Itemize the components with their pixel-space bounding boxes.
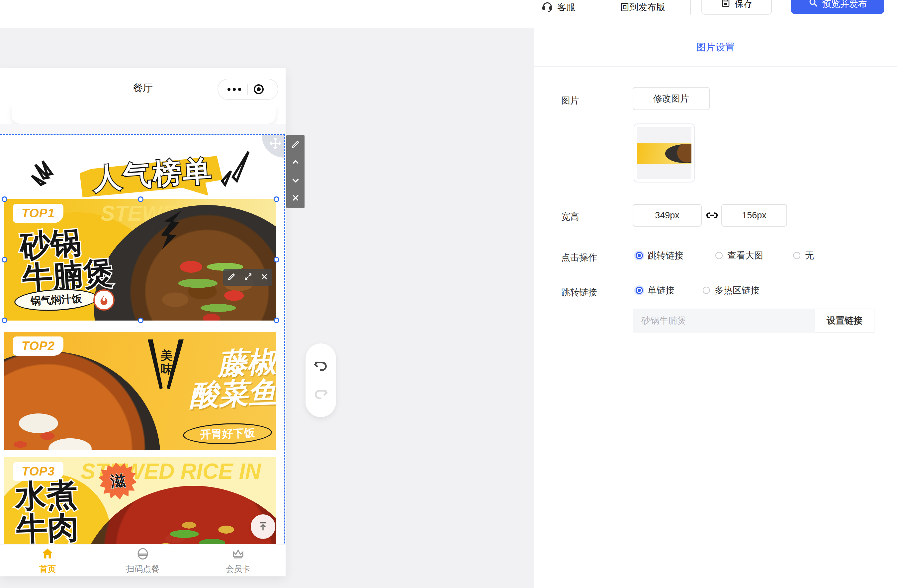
radio-selected-icon xyxy=(636,287,643,294)
flame-icon xyxy=(93,289,115,311)
resize-handle-bottom-left[interactable] xyxy=(2,318,7,323)
radio-selected-icon xyxy=(636,252,643,259)
history-pill xyxy=(306,344,336,417)
undo-button[interactable] xyxy=(313,358,328,375)
top2-rank-badge: TOP2 xyxy=(13,336,63,356)
customer-service-button[interactable]: 客服 xyxy=(541,0,575,15)
radio-unselected-icon xyxy=(715,252,722,259)
toolbar-divider xyxy=(690,0,691,15)
change-image-button[interactable]: 修改图片 xyxy=(633,87,710,110)
set-link-label: 设置链接 xyxy=(827,315,862,327)
radio-view-large[interactable]: 查看大图 xyxy=(715,249,763,261)
crown-icon xyxy=(231,547,245,561)
speedlines-left-icon xyxy=(30,159,66,196)
ranking-banner[interactable]: 人气榜单 xyxy=(30,146,256,206)
save-icon xyxy=(721,0,731,10)
jump-link-label: 跳转链接 xyxy=(561,286,597,298)
save-label: 保存 xyxy=(735,0,753,10)
thumbnail-preview xyxy=(637,127,692,179)
panel-tab-image-settings[interactable]: 图片设置 xyxy=(534,28,897,66)
top-toolbar: 客服 回到发布版 保存 预览并发布 xyxy=(0,0,897,28)
set-link-button[interactable]: 设置链接 xyxy=(814,309,874,333)
top2-tagline-bubble: 开胃好下饭 xyxy=(183,422,272,445)
radio-unselected-icon xyxy=(703,287,710,294)
more-dots-icon[interactable] xyxy=(228,88,241,91)
food-card-top1[interactable]: STEWED RI TOP1 砂锅 牛腩煲 锅气焖汁饭 xyxy=(4,199,276,321)
image-thumbnail[interactable] xyxy=(634,124,695,183)
previous-component-edge[interactable] xyxy=(12,104,276,124)
capsule-divider xyxy=(247,84,248,95)
preview-publish-label: 预览并发布 xyxy=(822,0,867,10)
wechat-capsule xyxy=(217,79,278,100)
workspace: 餐厅 人气榜单 xyxy=(0,28,534,588)
speedlines-right-icon xyxy=(219,149,253,189)
selection-border-right xyxy=(284,134,285,576)
top2-dish-photo xyxy=(4,351,161,450)
top1-dish-name: 砂锅 牛腩煲 xyxy=(19,224,115,294)
close-target-icon[interactable] xyxy=(254,84,264,94)
thumbnail-dish xyxy=(665,144,692,163)
top3-dish-name: 水煮 牛肉 xyxy=(15,478,80,546)
home-icon xyxy=(40,547,55,561)
resize-handle-mid-right[interactable] xyxy=(274,257,279,263)
move-cross-icon xyxy=(269,137,282,150)
resize-handle-bottom-right[interactable] xyxy=(274,318,279,323)
radio-single-link[interactable]: 单链接 xyxy=(636,284,675,296)
rice-bowl-icon xyxy=(136,547,150,561)
panel-title: 图片设置 xyxy=(696,41,735,54)
ranking-banner-title: 人气榜单 xyxy=(66,149,240,200)
resize-handle-top-left[interactable] xyxy=(2,197,7,202)
delete-image-icon[interactable] xyxy=(260,273,268,282)
radio-multi-hotzone[interactable]: 多热区链接 xyxy=(703,284,759,296)
magnifier-icon xyxy=(808,0,818,10)
preview-publish-button[interactable]: 预览并发布 xyxy=(791,0,884,14)
food-card-top2[interactable]: 美味 TOP2 藤椒 酸菜鱼 开胃好下饭 xyxy=(4,332,276,450)
resize-handle-top-center[interactable] xyxy=(138,197,144,202)
resize-handle-mid-left[interactable] xyxy=(2,257,7,263)
tab-member-card-label: 会员卡 xyxy=(225,564,250,574)
edit-component-icon[interactable] xyxy=(291,140,300,150)
save-button[interactable]: 保存 xyxy=(701,0,772,15)
food-card-top3[interactable]: STEWED RICE IN TOP3 滋 水煮 牛肉 xyxy=(4,457,276,547)
radio-unselected-icon xyxy=(793,252,801,259)
arrow-up-to-line-icon xyxy=(257,521,269,532)
back-to-top-button[interactable] xyxy=(251,514,275,539)
top1-rank-badge: TOP1 xyxy=(13,204,63,223)
phone-canvas: 餐厅 人气榜单 xyxy=(0,68,286,576)
headset-icon xyxy=(541,0,553,15)
steam-doodle-icon xyxy=(149,208,192,252)
tab-scan-order[interactable]: 扫码点餐 xyxy=(95,545,191,576)
link-target-input[interactable] xyxy=(633,309,814,333)
link-dimensions-icon[interactable] xyxy=(706,209,719,223)
top2-dish-name: 藤椒 酸菜鱼 xyxy=(159,347,276,412)
resize-handle-bottom-center[interactable] xyxy=(138,318,144,323)
panel-divider xyxy=(534,66,897,67)
editor-window: 客服 回到发布版 保存 预览并发布 餐厅 xyxy=(0,0,897,588)
back-to-published-button[interactable]: 回到发布版 xyxy=(620,0,665,15)
tab-scan-order-label: 扫码点餐 xyxy=(126,564,159,574)
delete-component-icon[interactable] xyxy=(291,194,300,203)
tab-member-card[interactable]: 会员卡 xyxy=(190,545,286,576)
move-up-icon[interactable] xyxy=(291,157,300,168)
height-input[interactable] xyxy=(721,204,787,227)
radio-jump-link[interactable]: 跳转链接 xyxy=(636,249,683,261)
radio-none[interactable]: 无 xyxy=(793,249,814,261)
settings-panel: 图片设置 图片 修改图片 宽高 点击操作 跳转链接 xyxy=(534,28,897,588)
expand-image-icon[interactable] xyxy=(244,272,253,283)
edit-image-icon[interactable] xyxy=(227,272,236,283)
component-toolbar xyxy=(286,135,305,208)
customer-service-label: 客服 xyxy=(557,2,575,13)
move-down-icon[interactable] xyxy=(291,176,300,186)
page-background-strip xyxy=(0,124,286,134)
size-row-label: 宽高 xyxy=(561,211,579,223)
change-image-label: 修改图片 xyxy=(653,93,689,104)
thumbnail-banner xyxy=(637,144,692,164)
image-toolbar xyxy=(223,269,272,286)
redo-button[interactable] xyxy=(313,386,328,403)
image-row-label: 图片 xyxy=(561,95,579,107)
selection-border-top xyxy=(0,134,285,135)
resize-handle-top-right[interactable] xyxy=(274,197,279,202)
tab-home[interactable]: 首页 xyxy=(0,545,95,576)
width-input[interactable] xyxy=(633,204,702,227)
click-action-label: 点击操作 xyxy=(561,252,597,263)
